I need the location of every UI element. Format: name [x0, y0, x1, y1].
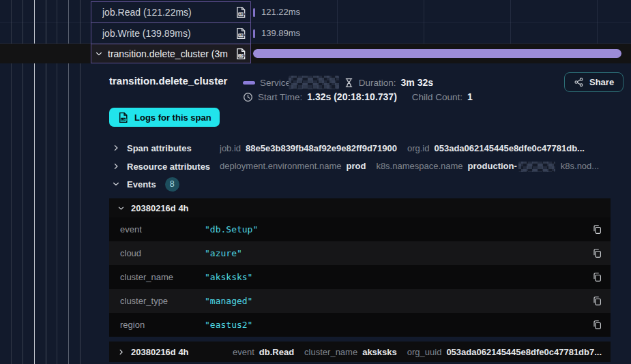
- copy-icon: [592, 320, 602, 330]
- event-group-preview: eventdb.Readcluster_nameaksksksorg_uuid0…: [233, 347, 611, 357]
- share-button[interactable]: Share: [564, 72, 623, 92]
- copy-button[interactable]: [583, 217, 611, 241]
- duration-label: Duration:: [359, 78, 396, 88]
- attr-key-truncated: k8s.nod...: [561, 161, 599, 171]
- attr-key: org_uuid: [407, 347, 442, 357]
- attribute-value: "managed": [205, 296, 583, 306]
- hourglass-icon: [344, 78, 354, 88]
- logs-for-span-button[interactable]: LOG Logs for this span: [109, 108, 220, 127]
- child-count-value: 1: [467, 91, 473, 102]
- attr-key: k8s.namespace.name: [376, 161, 463, 171]
- log-file-icon[interactable]: LOG: [235, 6, 247, 18]
- span-detail-title: transition.delete_cluster: [109, 75, 227, 87]
- duration-tick: [253, 29, 255, 38]
- redacted-namespace-value: [518, 162, 555, 172]
- event-attribute-row: region "eastus2": [109, 313, 611, 337]
- span-name-column: job.Read (121.22ms) LOG job.Write (139.8…: [91, 1, 251, 63]
- chevron-right-icon: [117, 348, 125, 356]
- section-label: Span attributes: [127, 143, 220, 153]
- duration-value: 3m 32s: [401, 77, 433, 88]
- attr-value: 053ada062145445e8dfe0c47781db7...: [446, 347, 602, 357]
- attribute-key: event: [109, 224, 205, 234]
- copy-icon: [592, 272, 602, 282]
- chevron-down-icon[interactable]: [95, 50, 103, 58]
- events-count-badge: 8: [165, 177, 179, 192]
- start-time-value: 1.32s (20:18:10.737): [307, 91, 397, 102]
- span-name-cell[interactable]: job.Write (139.89ms) LOG: [91, 23, 250, 44]
- attribute-key: cluster_type: [109, 296, 205, 306]
- event-group-title: 20380216d 4h: [131, 347, 218, 357]
- section-label: Resource attributes: [127, 162, 220, 172]
- logs-button-label: Logs for this span: [134, 112, 211, 123]
- attr-key: org.id: [407, 143, 430, 153]
- attr-key: deployment.environment.name: [220, 161, 342, 171]
- redacted-service-name: [289, 76, 339, 89]
- copy-icon: [592, 224, 602, 234]
- chevron-right-icon: [112, 162, 120, 170]
- copy-icon: [592, 248, 602, 258]
- copy-button[interactable]: [583, 265, 611, 289]
- attr-key: event: [233, 347, 254, 357]
- event-attributes-table: event "db.Setup" cloud "azure" cluster_n…: [109, 217, 611, 337]
- span-meta-line2: Start Time: 1.32s (20:18:10.737) Child C…: [243, 91, 473, 102]
- event-attribute-row: cluster_type "managed": [109, 289, 611, 313]
- attribute-value: "db.Setup": [205, 224, 583, 234]
- span-name-cell-selected[interactable]: transition.delete_cluster (3m LOG: [91, 44, 250, 63]
- svg-text:LOG: LOG: [239, 54, 246, 57]
- section-events[interactable]: Events 8: [109, 175, 619, 193]
- duration-tick: [253, 8, 255, 17]
- attr-value: production-: [468, 161, 517, 171]
- log-file-icon[interactable]: LOG: [235, 48, 247, 60]
- log-file-icon[interactable]: LOG: [235, 27, 247, 40]
- event-attribute-row: cloud "azure": [109, 241, 611, 265]
- attribute-value: "aksksks": [205, 272, 583, 282]
- section-span-attributes[interactable]: Span attributes job.id88e5e3b839fb48af92…: [109, 139, 619, 157]
- trace-detail-page: 121.22ms 139.89ms job.Read (121.22ms) LO…: [0, 0, 631, 364]
- event-group-title: 20380216d 4h: [131, 203, 189, 213]
- copy-button[interactable]: [583, 313, 611, 337]
- chevron-right-icon: [112, 144, 120, 152]
- attr-value: db.Read: [259, 347, 294, 357]
- section-resource-attributes[interactable]: Resource attributes deployment.environme…: [109, 157, 619, 175]
- resource-attributes-preview: deployment.environment.nameprodk8s.names…: [220, 161, 619, 172]
- event-attribute-row: event "db.Setup": [109, 217, 611, 241]
- service-color-swatch: [243, 81, 255, 85]
- start-time-label: Start Time:: [258, 92, 302, 102]
- child-count-label: Child Count:: [412, 92, 463, 102]
- span-duration-text: 121.22ms: [261, 7, 300, 17]
- clock-icon: [243, 92, 253, 102]
- copy-icon: [592, 296, 602, 306]
- span-name-cell[interactable]: job.Read (121.22ms) LOG: [91, 2, 250, 23]
- event-group-header[interactable]: 20380216d 4h: [109, 198, 611, 217]
- copy-button[interactable]: [583, 289, 611, 313]
- chevron-down-icon: [112, 180, 120, 188]
- share-nodes-icon: [574, 77, 584, 87]
- svg-text:LOG: LOG: [121, 117, 128, 121]
- attribute-value: "azure": [205, 248, 583, 258]
- attribute-key: region: [109, 320, 205, 330]
- copy-button[interactable]: [583, 241, 611, 265]
- event-group-collapsed: 20380216d 4h eventdb.Readcluster_nameaks…: [109, 342, 611, 362]
- span-meta-line1: Service: Duration: 3m 32s: [243, 76, 433, 89]
- section-label: Events: [127, 179, 156, 189]
- attr-value: prod: [347, 161, 366, 171]
- log-file-icon: LOG: [117, 112, 129, 123]
- event-attribute-row: cluster_name "aksksks": [109, 265, 611, 289]
- attribute-key: cloud: [109, 248, 205, 258]
- attr-key: cluster_name: [304, 347, 357, 357]
- svg-text:LOG: LOG: [239, 33, 246, 37]
- event-group-expanded: 20380216d 4h event "db.Setup" cloud "azu…: [109, 198, 611, 337]
- span-name-label: job.Read (121.22ms): [102, 7, 235, 18]
- attr-value: aksksks: [362, 347, 397, 357]
- span-attributes-preview: job.id88e5e3b839fb48af92e9e82ff9d71900or…: [220, 143, 619, 153]
- share-button-label: Share: [589, 77, 614, 87]
- event-group-header[interactable]: 20380216d 4h eventdb.Readcluster_nameaks…: [109, 342, 611, 362]
- attribute-value: "eastus2": [205, 320, 583, 330]
- attr-value: 053ada062145445e8dfe0c47781db...: [435, 143, 585, 153]
- attr-value: 88e5e3b839fb48af92e9e82ff9d71900: [246, 143, 397, 153]
- attribute-key: cluster_name: [109, 272, 205, 282]
- span-duration-bar[interactable]: [253, 49, 621, 58]
- span-duration-text: 139.89ms: [261, 28, 300, 38]
- svg-text:LOG: LOG: [239, 12, 246, 16]
- span-name-label: job.Write (139.89ms): [102, 28, 235, 39]
